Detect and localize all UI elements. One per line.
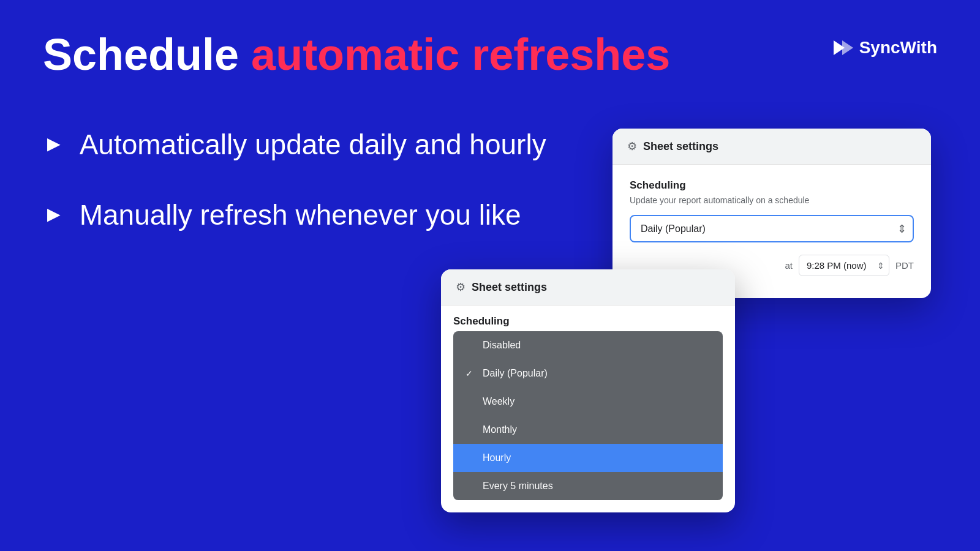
- syncwith-logo-icon: [831, 37, 853, 59]
- bullet-icon-2: ►: [43, 203, 65, 225]
- title-prefix: Schedule: [43, 30, 251, 79]
- svg-marker-1: [842, 40, 853, 55]
- scheduling-label: Scheduling: [630, 179, 914, 192]
- dropdown-item-label-daily: Daily (Popular): [483, 368, 548, 379]
- checkmark-every5: [466, 481, 477, 491]
- dropdown-menu: Disabled ✓ Daily (Popular) Weekly Monthl…: [453, 331, 723, 500]
- checkmark-monthly: [466, 425, 477, 435]
- dropdown-item-hourly[interactable]: Hourly: [453, 444, 723, 472]
- feature-text-2: Manually refresh whenever you like: [80, 198, 521, 232]
- dropdown-item-monthly[interactable]: Monthly: [453, 416, 723, 444]
- dropdown-item-disabled[interactable]: Disabled: [453, 331, 723, 359]
- settings-icon: ⚙: [627, 140, 637, 153]
- dropdown-item-weekly[interactable]: Weekly: [453, 388, 723, 416]
- dropdown-item-label-disabled: Disabled: [483, 340, 521, 351]
- dropdown-item-label-weekly: Weekly: [483, 396, 514, 407]
- panel-front-title: Sheet settings: [472, 281, 547, 294]
- panel-front-header: ⚙ Sheet settings: [441, 269, 735, 305]
- schedule-select-wrapper[interactable]: Disabled Daily (Popular) Weekly Monthly …: [630, 215, 914, 242]
- logo: SyncWith: [831, 37, 937, 59]
- panels-container: ⚙ Sheet settings Scheduling Update your …: [612, 129, 931, 298]
- logo-text: SyncWith: [859, 38, 937, 58]
- sheet-settings-panel-front: ⚙ Sheet settings Scheduling Disabled ✓ D…: [441, 269, 735, 512]
- time-select-wrapper[interactable]: 9:28 PM (now) ⇕: [799, 255, 889, 276]
- panel-back-header: ⚙ Sheet settings: [612, 129, 931, 165]
- time-select[interactable]: 9:28 PM (now): [799, 255, 889, 276]
- dropdown-item-label-hourly: Hourly: [483, 452, 511, 463]
- dropdown-item-daily[interactable]: ✓ Daily (Popular): [453, 359, 723, 388]
- dropdown-item-every5[interactable]: Every 5 minutes: [453, 472, 723, 500]
- feature-text-1: Automatically update daily and hourly: [80, 128, 546, 162]
- page-title: Schedule automatic refreshes: [43, 31, 670, 79]
- checkmark-disabled: [466, 340, 477, 350]
- panel-front-body: Scheduling Disabled ✓ Daily (Popular) We…: [441, 305, 735, 512]
- title-highlight: automatic refreshes: [251, 30, 670, 79]
- bullet-icon-1: ►: [43, 133, 65, 155]
- scheduling-desc: Update your report automatically on a sc…: [630, 195, 914, 205]
- checkmark-daily: ✓: [466, 369, 477, 378]
- dropdown-item-label-monthly: Monthly: [483, 424, 517, 435]
- timezone-label: PDT: [895, 260, 914, 271]
- schedule-select[interactable]: Disabled Daily (Popular) Weekly Monthly …: [630, 215, 914, 242]
- at-label: at: [785, 260, 793, 271]
- settings-icon-front: ⚙: [456, 280, 466, 294]
- checkmark-hourly: [466, 453, 477, 463]
- header: Schedule automatic refreshes SyncWith: [0, 0, 980, 79]
- panel-back-title: Sheet settings: [643, 140, 718, 153]
- checkmark-weekly: [466, 397, 477, 407]
- scheduling-label-front: Scheduling: [453, 315, 723, 328]
- dropdown-item-label-every5: Every 5 minutes: [483, 481, 553, 492]
